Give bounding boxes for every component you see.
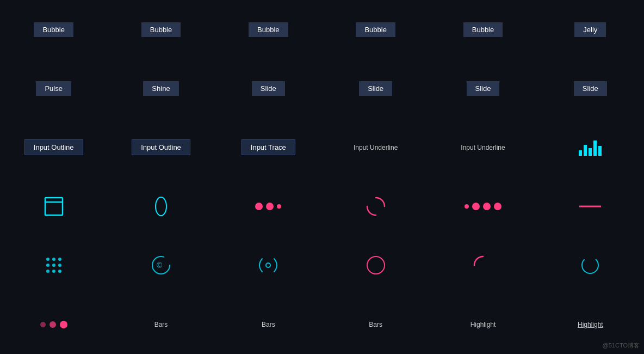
cell-r4c4 <box>322 177 429 236</box>
cell-r4c2 <box>107 177 214 236</box>
cell-r3c3: Input Trace <box>215 118 322 177</box>
spinner-quarter-pink2-icon <box>472 254 494 276</box>
bars-label-1: Bars <box>154 321 168 328</box>
cell-r4c6 <box>537 177 644 236</box>
bubble-btn-1[interactable]: Bubble <box>34 22 73 37</box>
cell-r5c4 <box>322 236 429 295</box>
dots-grid-cyan-icon <box>46 258 61 273</box>
cell-r1c1: Bubble <box>0 0 107 59</box>
cell-r3c5: Input Underline <box>429 118 536 177</box>
cell-r5c6 <box>537 236 644 295</box>
cell-r5c3 <box>215 236 322 295</box>
svg-point-2 <box>156 197 166 216</box>
cell-r4c1 <box>0 177 107 236</box>
spinner-pink-quarter-icon <box>365 196 387 217</box>
svg-text:©: © <box>157 261 163 270</box>
cell-r2c3: Slide <box>215 59 322 118</box>
svg-point-6 <box>266 263 270 267</box>
slide-btn-2[interactable]: Slide <box>359 81 392 96</box>
cell-r5c1 <box>0 236 107 295</box>
cell-r2c6: Slide <box>537 59 644 118</box>
pulse-btn[interactable]: Pulse <box>36 81 71 96</box>
slide-btn-1[interactable]: Slide <box>252 81 285 96</box>
cell-r6c4: Bars <box>322 295 429 354</box>
cell-r1c4: Bubble <box>322 0 429 59</box>
input-trace-btn[interactable]: Input Trace <box>242 139 295 155</box>
bubble-btn-3[interactable]: Bubble <box>249 22 288 37</box>
bars-chart-icon <box>579 139 602 156</box>
cell-r3c6 <box>537 118 644 177</box>
cell-r6c1 <box>0 295 107 354</box>
cell-r1c3: Bubble <box>215 0 322 59</box>
shine-btn[interactable]: Shine <box>143 81 178 96</box>
cell-r5c5 <box>429 236 536 295</box>
bubble-btn-5[interactable]: Bubble <box>463 22 503 37</box>
dots-pink-4-icon <box>465 203 501 210</box>
jelly-btn[interactable]: Jelly <box>574 22 606 37</box>
cell-r5c2: © <box>107 236 214 295</box>
cell-r2c1: Pulse <box>0 59 107 118</box>
square-cyan-icon <box>44 197 64 216</box>
cell-r4c3 <box>215 177 322 236</box>
slide-btn-4[interactable]: Slide <box>574 81 607 96</box>
main-grid: Bubble Bubble Bubble Bubble Bubble Jelly… <box>0 0 644 354</box>
cell-r3c4: Input Underline <box>322 118 429 177</box>
dots-pink-3-icon <box>255 203 281 210</box>
bars-label-2: Bars <box>262 321 275 328</box>
svg-rect-0 <box>45 198 63 215</box>
cell-r6c5: Highlight <box>429 295 536 354</box>
cell-r6c2: Bars <box>107 295 214 354</box>
circle-cyan-right-icon <box>579 254 601 276</box>
cell-r2c4: Slide <box>322 59 429 118</box>
watermark: @51CTO博客 <box>603 341 640 350</box>
dots-pink-trail-icon <box>40 321 67 328</box>
input-underline-label-2: Input Underline <box>461 144 505 151</box>
cell-r1c6: Jelly <box>537 0 644 59</box>
cell-r6c3: Bars <box>215 295 322 354</box>
spinner-parens-cyan-icon <box>255 255 282 275</box>
circle-pink-icon <box>365 254 387 276</box>
bars-label-3: Bars <box>369 321 382 328</box>
cell-r1c2: Bubble <box>107 0 214 59</box>
cell-r3c1: Input Outline <box>0 118 107 177</box>
spinner-c-cyan-icon: © <box>149 253 173 277</box>
input-underline-label-1: Input Underline <box>354 144 398 151</box>
svg-point-9 <box>582 257 598 273</box>
cell-r1c5: Bubble <box>429 0 536 59</box>
dash-pink-icon <box>579 204 601 209</box>
cell-r2c5: Slide <box>429 59 536 118</box>
input-outline-btn-2[interactable]: Input Outline <box>132 139 190 155</box>
cell-r2c2: Shine <box>107 59 214 118</box>
input-outline-btn-1[interactable]: Input Outline <box>24 139 83 155</box>
highlight-label-2: Highlight <box>578 321 603 328</box>
svg-point-7 <box>367 257 385 274</box>
highlight-label-1: Highlight <box>470 321 496 328</box>
oval-cyan-icon <box>153 196 169 217</box>
slide-btn-3[interactable]: Slide <box>467 81 500 96</box>
bubble-btn-2[interactable]: Bubble <box>141 22 181 37</box>
cell-r3c2: Input Outline <box>107 118 214 177</box>
bubble-btn-4[interactable]: Bubble <box>356 22 395 37</box>
cell-r4c5 <box>429 177 536 236</box>
